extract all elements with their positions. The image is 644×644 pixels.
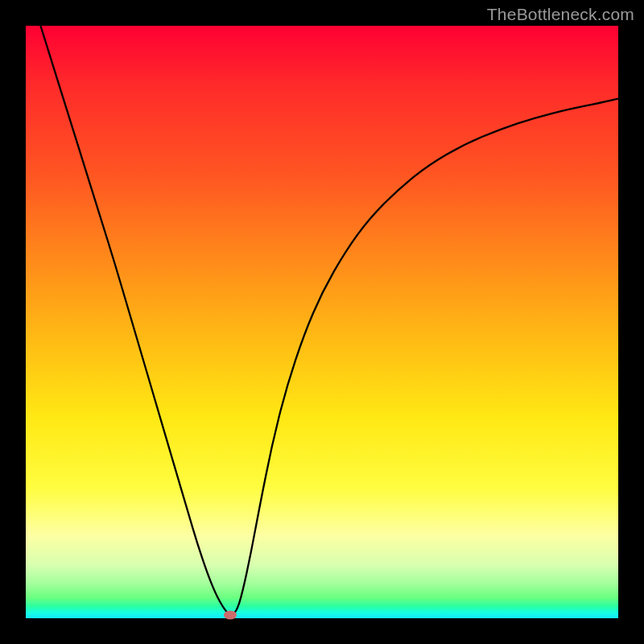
chart-frame: TheBottleneck.com [0,0,644,644]
watermark-text: TheBottleneck.com [487,5,634,24]
bottleneck-curve [26,26,618,618]
plot-area [26,26,618,618]
minimum-marker [224,611,237,620]
